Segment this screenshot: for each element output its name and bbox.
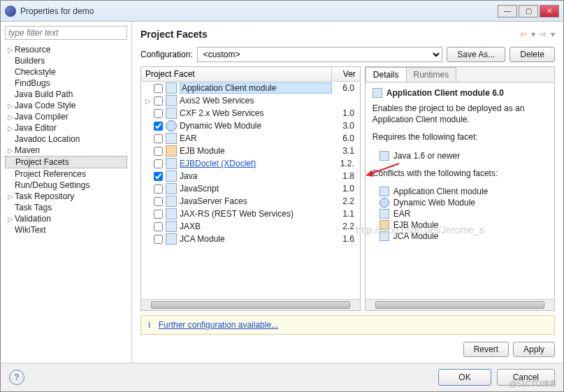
detail-title: Application Client module 6.0 — [386, 88, 504, 98]
window-title: Properties for demo — [20, 6, 498, 16]
twisty-icon: ▷ — [6, 193, 15, 201]
maximize-button[interactable]: ▢ — [519, 5, 538, 17]
facet-checkbox[interactable] — [154, 122, 163, 131]
facet-checkbox[interactable] — [154, 172, 163, 181]
nav-item-wikitext[interactable]: WikiText — [5, 224, 127, 235]
doc-icon — [379, 231, 389, 241]
doc-icon — [166, 95, 177, 106]
tab-runtimes[interactable]: Runtimes — [406, 67, 457, 82]
nav-item-project-facets[interactable]: Project Facets — [5, 156, 127, 168]
apply-button[interactable]: Apply — [513, 342, 555, 357]
facet-row[interactable]: CXF 2.x Web Services1.0 — [141, 107, 360, 119]
hscrollbar[interactable] — [141, 299, 360, 310]
facet-row[interactable]: Dynamic Web Module3.0 — [141, 119, 360, 132]
web-icon — [166, 120, 177, 131]
facet-row[interactable]: EJBDoclet (XDoclet)1.2. — [141, 157, 360, 170]
nav-item-task-repository[interactable]: ▷Task Repository — [5, 191, 127, 202]
nav-item-run-debug-settings[interactable]: Run/Debug Settings — [5, 180, 127, 191]
facet-checkbox[interactable] — [154, 235, 163, 244]
cancel-button[interactable]: Cancel — [497, 369, 555, 386]
facet-checkbox[interactable] — [154, 109, 163, 118]
twisty-icon: ▷ — [6, 46, 15, 54]
facet-row[interactable]: JAX-RS (REST Web Services)1.1 — [141, 208, 360, 220]
doc-icon — [166, 82, 177, 94]
details-panel: Details Runtimes Application Client modu… — [365, 66, 555, 311]
nav-tree[interactable]: ▷ResourceBuildersCheckstyleFindBugsJava … — [5, 44, 127, 358]
twisty-icon: ▷ — [6, 113, 15, 121]
facet-checkbox[interactable] — [154, 197, 163, 206]
main-panel: Project Facets ⇦▾ ⇨▾ Configuration: <cus… — [132, 22, 563, 363]
list-item: Java 1.6 or newer — [373, 150, 547, 161]
facet-row[interactable]: JavaServer Faces2.2 — [141, 195, 360, 208]
facet-row[interactable]: EJB Module3.1 — [141, 145, 360, 157]
nav-item-validation[interactable]: ▷Validation — [5, 213, 127, 224]
facet-row[interactable]: ▷Axis2 Web Services — [141, 94, 360, 107]
facet-checkbox[interactable] — [154, 84, 163, 93]
facet-row[interactable]: JavaScript1.0 — [141, 182, 360, 195]
nav-item-checkstyle[interactable]: Checkstyle — [5, 66, 127, 78]
filter-input[interactable] — [5, 26, 127, 40]
tab-details[interactable]: Details — [366, 67, 407, 82]
nav-item-task-tags[interactable]: Task Tags — [5, 202, 127, 213]
nav-item-maven[interactable]: ▷Maven — [5, 145, 127, 156]
minimize-button[interactable]: — — [498, 5, 517, 17]
dialog-footer: ? OK Cancel — [1, 363, 563, 391]
hscrollbar-right[interactable] — [366, 299, 554, 310]
facet-checkbox[interactable] — [154, 184, 163, 194]
further-config-link[interactable]: Further configuration available... — [159, 320, 278, 330]
nav-label: Java Compiler — [15, 112, 68, 122]
delete-button[interactable]: Delete — [509, 47, 555, 62]
doc-icon — [166, 196, 177, 207]
col-version[interactable]: Ver — [332, 67, 360, 81]
back-menu-icon[interactable]: ▾ — [531, 29, 535, 39]
facet-row[interactable]: Java1.8 — [141, 170, 360, 182]
nav-item-javadoc-location[interactable]: Javadoc Location — [5, 133, 127, 145]
history-nav: ⇦▾ ⇨▾ — [520, 29, 555, 39]
facet-checkbox[interactable] — [154, 134, 163, 143]
nav-item-findbugs[interactable]: FindBugs — [5, 78, 127, 89]
forward-icon[interactable]: ⇨ — [540, 29, 547, 39]
facet-row[interactable]: JAXB2.2 — [141, 220, 360, 233]
revert-button[interactable]: Revert — [463, 342, 509, 357]
nav-item-builders[interactable]: Builders — [5, 55, 127, 66]
doc-icon — [166, 108, 177, 119]
facet-version: 1.2. — [332, 159, 357, 168]
facet-name: Axis2 Web Services — [180, 96, 332, 106]
forward-menu-icon[interactable]: ▾ — [551, 29, 555, 39]
config-select[interactable]: <custom> — [197, 47, 443, 62]
doc-icon — [379, 209, 389, 219]
ok-button[interactable]: OK — [438, 369, 491, 386]
doc-icon — [166, 158, 177, 169]
nav-label: Project References — [15, 169, 86, 179]
config-label: Configuration: — [140, 50, 193, 59]
nav-item-java-editor[interactable]: ▷Java Editor — [5, 122, 127, 133]
nav-item-java-compiler[interactable]: ▷Java Compiler — [5, 111, 127, 122]
facet-checkbox[interactable] — [154, 210, 163, 219]
facet-version: 2.2 — [332, 196, 357, 206]
help-button[interactable]: ? — [9, 370, 24, 385]
nav-item-java-code-style[interactable]: ▷Java Code Style — [5, 100, 127, 111]
detail-desc: Enables the project to be deployed as an… — [373, 103, 547, 125]
nav-item-project-references[interactable]: Project References — [5, 168, 127, 180]
facet-checkbox[interactable] — [154, 96, 163, 106]
facet-checkbox[interactable] — [154, 159, 163, 168]
twisty-icon: ▷ — [6, 215, 15, 223]
close-button[interactable]: ✕ — [540, 5, 559, 17]
facet-row[interactable]: JCA Module1.6 — [141, 233, 360, 245]
twisty-icon: ▷ — [6, 124, 15, 132]
nav-label: Resource — [15, 45, 50, 55]
nav-label: Java Build Path — [15, 89, 73, 99]
col-facet[interactable]: Project Facet — [141, 67, 332, 81]
facet-row[interactable]: Application Client module6.0 — [141, 82, 360, 94]
back-icon[interactable]: ⇦ — [520, 29, 527, 39]
facet-name: CXF 2.x Web Services — [180, 108, 332, 118]
facet-name: Application Client module — [180, 82, 332, 94]
nav-item-java-build-path[interactable]: Java Build Path — [5, 89, 127, 100]
facet-row[interactable]: EAR6.0 — [141, 132, 360, 145]
nav-item-resource[interactable]: ▷Resource — [5, 44, 127, 55]
save-as-button[interactable]: Save As... — [447, 47, 505, 62]
facet-checkbox[interactable] — [154, 222, 163, 231]
facet-checkbox[interactable] — [154, 147, 163, 156]
facet-version: 3.1 — [332, 146, 357, 156]
doc-icon — [379, 151, 389, 161]
